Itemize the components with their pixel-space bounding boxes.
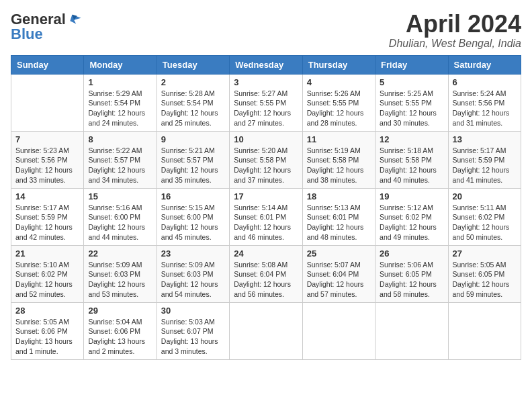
calendar-cell: 12Sunrise: 5:18 AM Sunset: 5:58 PM Dayli… xyxy=(375,131,448,188)
calendar-cell: 19Sunrise: 5:12 AM Sunset: 6:02 PM Dayli… xyxy=(375,188,448,245)
calendar-week-row: 21Sunrise: 5:10 AM Sunset: 6:02 PM Dayli… xyxy=(11,245,521,302)
calendar-week-row: 7Sunrise: 5:23 AM Sunset: 5:56 PM Daylig… xyxy=(11,131,521,188)
day-number: 21 xyxy=(15,248,79,259)
day-info: Sunrise: 5:28 AM Sunset: 5:54 PM Dayligh… xyxy=(161,89,225,128)
day-info: Sunrise: 5:21 AM Sunset: 5:57 PM Dayligh… xyxy=(161,146,225,185)
day-number: 17 xyxy=(234,191,298,201)
day-number: 23 xyxy=(161,248,225,259)
day-info: Sunrise: 5:17 AM Sunset: 5:59 PM Dayligh… xyxy=(15,203,79,242)
day-number: 30 xyxy=(161,306,225,316)
calendar-cell: 5Sunrise: 5:25 AM Sunset: 5:55 PM Daylig… xyxy=(375,74,448,131)
day-info: Sunrise: 5:19 AM Sunset: 5:58 PM Dayligh… xyxy=(307,146,371,185)
calendar-cell: 6Sunrise: 5:24 AM Sunset: 5:56 PM Daylig… xyxy=(448,74,521,131)
day-info: Sunrise: 5:05 AM Sunset: 6:06 PM Dayligh… xyxy=(15,317,79,357)
calendar-table: SundayMondayTuesdayWednesdayThursdayFrid… xyxy=(11,55,521,360)
calendar-cell xyxy=(375,302,448,359)
calendar-cell xyxy=(230,302,302,359)
calendar-cell: 23Sunrise: 5:09 AM Sunset: 6:03 PM Dayli… xyxy=(157,245,229,302)
day-number: 13 xyxy=(453,134,517,144)
day-number: 10 xyxy=(234,134,298,144)
day-info: Sunrise: 5:25 AM Sunset: 5:55 PM Dayligh… xyxy=(380,89,443,128)
day-number: 7 xyxy=(15,134,79,144)
col-header-tuesday: Tuesday xyxy=(157,55,229,74)
calendar-cell: 22Sunrise: 5:09 AM Sunset: 6:03 PM Dayli… xyxy=(84,245,157,302)
day-info: Sunrise: 5:05 AM Sunset: 6:05 PM Dayligh… xyxy=(453,260,517,300)
logo-bird-icon xyxy=(67,12,82,27)
day-info: Sunrise: 5:23 AM Sunset: 5:56 PM Dayligh… xyxy=(15,146,79,185)
calendar-cell xyxy=(448,302,521,359)
calendar-cell: 29Sunrise: 5:04 AM Sunset: 6:06 PM Dayli… xyxy=(84,302,157,359)
day-number: 6 xyxy=(453,77,517,87)
calendar-cell: 30Sunrise: 5:03 AM Sunset: 6:07 PM Dayli… xyxy=(157,302,229,359)
day-info: Sunrise: 5:09 AM Sunset: 6:03 PM Dayligh… xyxy=(161,260,225,300)
calendar-cell: 14Sunrise: 5:17 AM Sunset: 5:59 PM Dayli… xyxy=(11,188,84,245)
calendar-cell: 16Sunrise: 5:15 AM Sunset: 6:00 PM Dayli… xyxy=(157,188,229,245)
day-number: 29 xyxy=(88,306,152,316)
calendar-cell: 10Sunrise: 5:20 AM Sunset: 5:58 PM Dayli… xyxy=(230,131,302,188)
day-number: 25 xyxy=(307,248,371,259)
day-number: 2 xyxy=(161,77,225,87)
calendar-cell: 1Sunrise: 5:29 AM Sunset: 5:54 PM Daylig… xyxy=(84,74,157,131)
calendar-cell: 24Sunrise: 5:08 AM Sunset: 6:04 PM Dayli… xyxy=(230,245,302,302)
calendar-week-row: 14Sunrise: 5:17 AM Sunset: 5:59 PM Dayli… xyxy=(11,188,521,245)
day-info: Sunrise: 5:15 AM Sunset: 6:00 PM Dayligh… xyxy=(161,203,225,242)
day-number: 16 xyxy=(161,191,225,201)
day-number: 11 xyxy=(307,134,371,144)
day-info: Sunrise: 5:09 AM Sunset: 6:03 PM Dayligh… xyxy=(88,260,152,300)
day-info: Sunrise: 5:12 AM Sunset: 6:02 PM Dayligh… xyxy=(380,203,443,242)
day-info: Sunrise: 5:26 AM Sunset: 5:55 PM Dayligh… xyxy=(307,89,371,128)
logo: General Blue xyxy=(11,11,82,43)
day-info: Sunrise: 5:20 AM Sunset: 5:58 PM Dayligh… xyxy=(234,146,298,185)
calendar-cell: 8Sunrise: 5:22 AM Sunset: 5:57 PM Daylig… xyxy=(84,131,157,188)
day-info: Sunrise: 5:08 AM Sunset: 6:04 PM Dayligh… xyxy=(234,260,298,300)
col-header-sunday: Sunday xyxy=(11,55,84,74)
day-info: Sunrise: 5:18 AM Sunset: 5:58 PM Dayligh… xyxy=(380,146,443,185)
day-number: 8 xyxy=(88,134,152,144)
day-number: 27 xyxy=(453,248,517,259)
calendar-cell: 17Sunrise: 5:14 AM Sunset: 6:01 PM Dayli… xyxy=(230,188,302,245)
title-block: April 2024 Dhulian, West Bengal, India xyxy=(389,11,521,50)
calendar-cell: 4Sunrise: 5:26 AM Sunset: 5:55 PM Daylig… xyxy=(302,74,375,131)
day-number: 28 xyxy=(15,306,79,316)
calendar-header-row: SundayMondayTuesdayWednesdayThursdayFrid… xyxy=(11,55,521,74)
day-info: Sunrise: 5:22 AM Sunset: 5:57 PM Dayligh… xyxy=(88,146,152,185)
day-number: 4 xyxy=(307,77,371,87)
day-number: 15 xyxy=(88,191,152,201)
month-title: April 2024 xyxy=(389,11,521,38)
day-info: Sunrise: 5:04 AM Sunset: 6:06 PM Dayligh… xyxy=(88,317,152,357)
day-info: Sunrise: 5:14 AM Sunset: 6:01 PM Dayligh… xyxy=(234,203,298,242)
day-info: Sunrise: 5:29 AM Sunset: 5:54 PM Dayligh… xyxy=(88,89,152,128)
day-info: Sunrise: 5:07 AM Sunset: 6:04 PM Dayligh… xyxy=(307,260,371,300)
col-header-friday: Friday xyxy=(375,55,448,74)
calendar-week-row: 28Sunrise: 5:05 AM Sunset: 6:06 PM Dayli… xyxy=(11,302,521,359)
day-info: Sunrise: 5:16 AM Sunset: 6:00 PM Dayligh… xyxy=(88,203,152,242)
day-info: Sunrise: 5:17 AM Sunset: 5:59 PM Dayligh… xyxy=(453,146,517,185)
day-number: 3 xyxy=(234,77,298,87)
calendar-cell: 2Sunrise: 5:28 AM Sunset: 5:54 PM Daylig… xyxy=(157,74,229,131)
page-header: General Blue April 2024 Dhulian, West Be… xyxy=(11,11,521,50)
day-info: Sunrise: 5:27 AM Sunset: 5:55 PM Dayligh… xyxy=(234,89,298,128)
day-number: 20 xyxy=(453,191,517,201)
day-number: 24 xyxy=(234,248,298,259)
calendar-cell: 28Sunrise: 5:05 AM Sunset: 6:06 PM Dayli… xyxy=(11,302,84,359)
location: Dhulian, West Bengal, India xyxy=(389,38,521,50)
calendar-cell: 15Sunrise: 5:16 AM Sunset: 6:00 PM Dayli… xyxy=(84,188,157,245)
col-header-monday: Monday xyxy=(84,55,157,74)
day-number: 12 xyxy=(380,134,443,144)
day-number: 22 xyxy=(88,248,152,259)
col-header-thursday: Thursday xyxy=(302,55,375,74)
calendar-cell: 11Sunrise: 5:19 AM Sunset: 5:58 PM Dayli… xyxy=(302,131,375,188)
day-number: 9 xyxy=(161,134,225,144)
calendar-cell xyxy=(11,74,84,131)
calendar-cell: 25Sunrise: 5:07 AM Sunset: 6:04 PM Dayli… xyxy=(302,245,375,302)
calendar-cell xyxy=(302,302,375,359)
day-number: 26 xyxy=(380,248,443,259)
day-number: 5 xyxy=(380,77,443,87)
day-info: Sunrise: 5:24 AM Sunset: 5:56 PM Dayligh… xyxy=(453,89,517,128)
calendar-cell: 26Sunrise: 5:06 AM Sunset: 6:05 PM Dayli… xyxy=(375,245,448,302)
calendar-week-row: 1Sunrise: 5:29 AM Sunset: 5:54 PM Daylig… xyxy=(11,74,521,131)
calendar-cell: 18Sunrise: 5:13 AM Sunset: 6:01 PM Dayli… xyxy=(302,188,375,245)
day-info: Sunrise: 5:03 AM Sunset: 6:07 PM Dayligh… xyxy=(161,317,225,357)
day-info: Sunrise: 5:10 AM Sunset: 6:02 PM Dayligh… xyxy=(15,260,79,300)
calendar-cell: 13Sunrise: 5:17 AM Sunset: 5:59 PM Dayli… xyxy=(448,131,521,188)
